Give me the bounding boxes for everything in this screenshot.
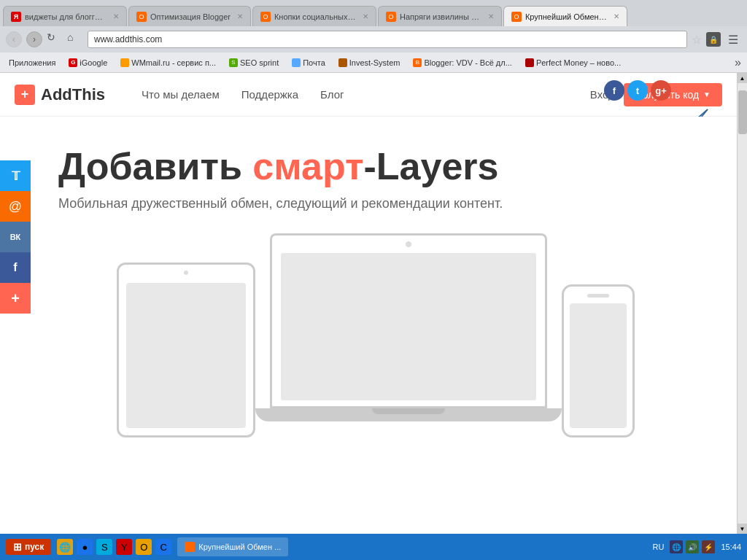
tab-bar: Я виджеты для блоггер... ✕ O Оптимизация… [0,0,747,26]
hero-title-part1: Добавить [58,145,252,187]
taskbar-chrome2-icon[interactable]: C [155,539,171,555]
laptop-base [255,408,562,421]
nav-link-support[interactable]: Поддержка [241,88,298,101]
nav-link-blog[interactable]: Блог [320,88,344,101]
home-button[interactable]: ⌂ [67,31,83,47]
back-button[interactable]: ‹ [6,31,22,47]
refresh-button[interactable]: ↻ [47,31,63,47]
bookmark-wmmail-label: WMmail.ru - сервис п... [131,58,216,67]
facebook-header-icon[interactable]: f [604,80,624,101]
bookmark-seosprint-label: SEO sprint [240,58,279,67]
apps-label: Приложения [9,58,55,67]
phone-screen [570,303,627,428]
scrollbar: ▲ ▼ [737,73,747,534]
bookmark-blogger[interactable]: B Blogger: VDV - Всё дл... [410,57,514,69]
addthis-logo[interactable]: + AddThis [15,85,105,105]
googleplus-header-icon[interactable]: g+ [651,80,671,101]
logo-text: AddThis [41,85,105,104]
address-input[interactable] [88,31,687,48]
taskbar-right: RU 🌐 🔊 ⚡ 15:44 [653,540,741,553]
windows-icon: ⊞ [13,541,22,553]
scrollbar-down-button[interactable]: ▼ [738,524,748,534]
taskbar: ⊞ пуск 🌐 ● S Y O C Крупнейший Обмен ... … [0,534,747,560]
phone-device [562,284,635,438]
tab-3-close[interactable]: ✕ [363,12,368,20]
hero-title: Добавить смарт-Layers [58,146,693,187]
tab-1[interactable]: Я виджеты для блоггер... ✕ [3,6,127,26]
taskbar-skype-icon[interactable]: S [96,539,112,555]
browser-window: Я виджеты для блоггер... ✕ O Оптимизация… [0,0,747,560]
start-button[interactable]: ⊞ пуск [6,539,51,555]
perfectmoney-favicon [525,58,534,67]
sidebar-email-button[interactable]: @ [0,191,31,222]
bookmark-seosprint[interactable]: S SEO sprint [226,57,282,69]
hero-title-part2: -Layers [363,145,498,187]
bookmark-wmmail[interactable]: WMmail.ru - сервис п... [117,57,219,69]
tw-icon-label: t [636,85,639,96]
locale-indicator: RU [653,542,665,551]
hero-subtitle: Мобильная дружественный обмен, следующий… [58,196,693,211]
extension-icons: 🔒 [706,32,721,47]
tab-5-close[interactable]: ✕ [614,12,619,20]
sidebar-facebook-button[interactable]: f [0,252,31,283]
taskbar-chrome-icon[interactable]: ● [77,539,93,555]
taskbar-task-item[interactable]: Крупнейший Обмен ... [177,537,288,556]
tab-3[interactable]: O Кнопки социальных се... ✕ [252,6,376,26]
sidebar-vk-button[interactable]: ВК [0,222,31,252]
devices-illustration [58,233,693,438]
tab-4[interactable]: O Напряги извилины Сло... ✕ [378,6,502,26]
sidebar-twitter-button[interactable]: 𝕋 [0,160,31,191]
bookmark-invest[interactable]: Invest-System [336,57,403,69]
tray-volume-icon[interactable]: 🔊 [686,540,699,553]
tray-icons: 🌐 🔊 ⚡ [670,540,715,553]
bookmark-pochta[interactable]: Почта [289,57,328,69]
tab-1-close[interactable]: ✕ [113,12,119,20]
laptop-screen [281,253,536,400]
twitter-header-icon[interactable]: t [627,80,648,101]
bookmarks-apps[interactable]: Приложения [6,57,58,69]
social-sidebar: 𝕋 @ ВК f + [0,160,31,314]
scrollbar-thumb[interactable] [738,90,747,134]
scrollbar-up-button[interactable]: ▲ [738,73,748,83]
address-bar-row: ‹ › ↻ ⌂ ☆ 🔒 ☰ [0,26,747,52]
bookmark-igoogle[interactable]: G iGoogle [66,57,110,69]
sidebar-plus-button[interactable]: + [0,283,31,314]
tray-network-icon[interactable]: 🌐 [670,540,683,553]
browser-menu-button[interactable]: ☰ [725,31,741,48]
addthis-nav: + AddThis Что мы делаем Поддержка Блог f [0,73,737,117]
bookmarks-more-button[interactable]: » [735,56,741,69]
gp-icon-label: g+ [655,85,667,96]
taskbar-ie-icon[interactable]: 🌐 [57,539,73,555]
logo-plus-icon: + [15,85,35,105]
hero-section: Добавить смарт-Layers Мобильная дружеств… [0,117,737,534]
nav-link-what-we-do[interactable]: Что мы делаем [142,88,220,101]
facebook-icon: f [13,261,17,274]
taskbar-opera-icon[interactable]: O [136,539,152,555]
tab-5[interactable]: O Крупнейший Обмен и с... ✕ [503,6,627,26]
clock: 15:44 [721,542,741,551]
invest-favicon [338,58,347,67]
bookmark-perfectmoney[interactable]: Perfect Money – ново... [522,57,624,69]
tab-2[interactable]: O Оптимизация Blogger ✕ [128,6,251,26]
start-label: пуск [25,542,44,552]
tab-1-label: виджеты для блоггер... [25,12,107,21]
tab-4-close[interactable]: ✕ [488,12,494,20]
page-content: + AddThis Что мы делаем Поддержка Блог f [0,73,747,534]
ext-icon-1[interactable]: 🔒 [706,32,721,47]
laptop-base-notch [372,408,445,414]
hero-title-highlight: смарт [252,145,363,187]
tray-power-icon[interactable]: ⚡ [702,540,715,553]
tab-3-label: Кнопки социальных се... [274,12,356,21]
taskbar-y-icon[interactable]: Y [116,539,132,555]
pochta-favicon [292,58,301,67]
bookmark-star-icon[interactable]: ☆ [692,33,702,47]
email-icon: @ [9,199,22,214]
blogger-favicon: B [413,58,422,67]
nav-right: f t g+ Вход Получить код ▼ [590,83,722,106]
tab-2-close[interactable]: ✕ [237,12,243,20]
scrollbar-track [738,83,748,524]
task-favicon [185,542,195,552]
tab-5-label: Крупнейший Обмен и с... [525,12,607,21]
forward-button[interactable]: › [26,31,42,47]
bookmark-igoogle-label: iGoogle [80,58,107,67]
